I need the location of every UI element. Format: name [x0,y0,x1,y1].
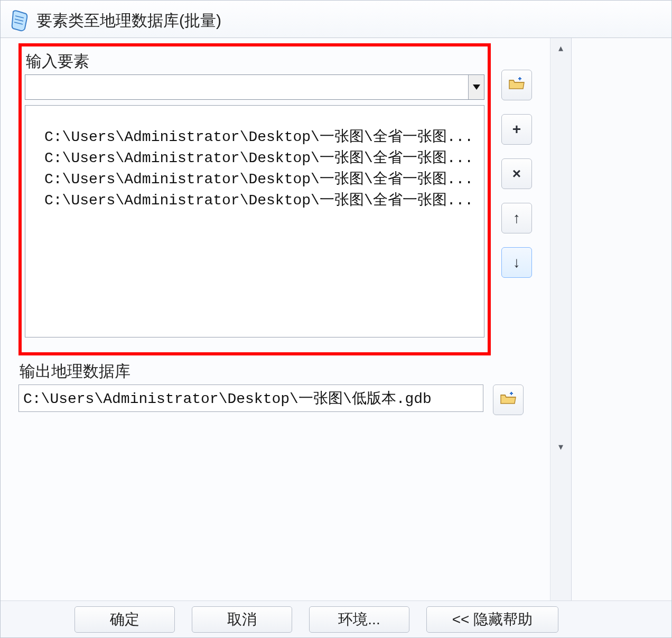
browse-input-button[interactable] [501,70,532,100]
list-item[interactable]: C:\Users\Administrator\Desktop\一张图\全省一张图… [25,168,484,189]
list-item[interactable]: C:\Users\Administrator\Desktop\一张图\全省一张图… [25,147,484,168]
environments-button[interactable]: 环境... [309,606,409,633]
input-features-combobox[interactable] [25,74,484,100]
svg-marker-0 [473,85,480,90]
input-features-label: 输入要素 [25,50,484,74]
cancel-button[interactable]: 取消 [192,606,292,633]
ok-button[interactable]: 确定 [74,606,175,633]
tool-dialog-window: 要素类至地理数据库(批量) 输入要素 [0,0,672,638]
window-title: 要素类至地理数据库(批量) [36,10,221,32]
output-geodatabase-label: 输出地理数据库 [18,360,524,384]
output-row [18,384,524,415]
output-geodatabase-group: 输出地理数据库 [18,360,524,415]
help-side-panel [571,38,671,601]
list-item[interactable]: C:\Users\Administrator\Desktop\一张图\全省一张图… [25,126,484,147]
input-combo-row [25,74,484,100]
remove-item-button[interactable]: × [501,158,532,189]
output-geodatabase-input[interactable] [18,384,483,412]
input-features-input[interactable] [25,75,468,99]
input-features-group-highlighted: 输入要素 C:\Users\Administrator\Desktop\一张图\… [18,43,491,355]
arrow-up-icon: ↑ [513,210,520,227]
open-folder-icon [500,391,517,409]
list-blank-row [25,106,484,126]
move-up-button[interactable]: ↑ [501,203,532,233]
dialog-body: 输入要素 C:\Users\Administrator\Desktop\一张图\… [1,37,671,601]
script-tool-icon [10,10,30,32]
list-item[interactable]: C:\Users\Administrator\Desktop\一张图\全省一张图… [25,189,484,210]
x-icon: × [512,165,521,182]
browse-output-button[interactable] [493,384,524,415]
vertical-scrollbar[interactable]: ▴ ▾ [550,38,571,601]
input-features-dropdown-button[interactable] [468,75,484,99]
add-item-button[interactable]: + [501,114,532,145]
move-down-button[interactable]: ↓ [501,247,532,278]
open-folder-icon [508,76,525,95]
dialog-footer: 确定 取消 环境... << 隐藏帮助 [1,601,671,637]
scroll-down-icon[interactable]: ▾ [558,441,563,453]
scroll-up-icon[interactable]: ▴ [558,42,563,54]
plus-icon: + [512,121,521,138]
main-panel: 输入要素 C:\Users\Administrator\Desktop\一张图\… [1,38,550,601]
titlebar: 要素类至地理数据库(批量) [1,1,671,37]
arrow-down-icon: ↓ [513,254,520,271]
list-side-controls: + × ↑ ↓ [501,112,532,278]
input-features-listbox[interactable]: C:\Users\Administrator\Desktop\一张图\全省一张图… [25,105,484,337]
hide-help-button[interactable]: << 隐藏帮助 [426,606,558,633]
chevron-down-icon [473,82,480,92]
